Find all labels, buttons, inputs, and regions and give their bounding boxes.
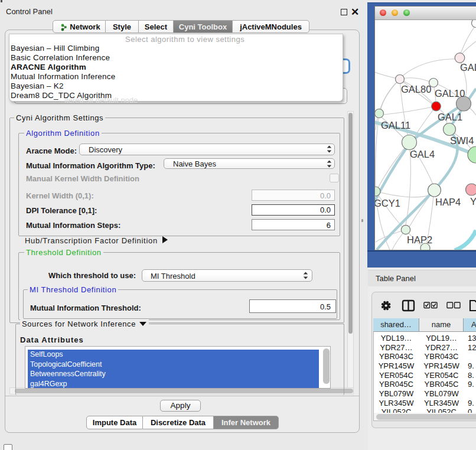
svg-text:HAP2: HAP2 xyxy=(407,234,432,245)
svg-text:Y: Y xyxy=(470,196,476,207)
svg-text:GAL11: GAL11 xyxy=(381,120,410,131)
svg-text:GAL4: GAL4 xyxy=(410,149,435,159)
svg-text:SWI4: SWI4 xyxy=(450,135,474,146)
svg-text:GCY1: GCY1 xyxy=(375,198,400,208)
svg-text:GAL10: GAL10 xyxy=(435,88,465,99)
svg-text:HAP4: HAP4 xyxy=(435,197,461,207)
svg-text:GAL80: GAL80 xyxy=(401,84,431,94)
svg-text:GAL7: GAL7 xyxy=(460,62,476,73)
svg-text:GAL1: GAL1 xyxy=(438,112,462,122)
